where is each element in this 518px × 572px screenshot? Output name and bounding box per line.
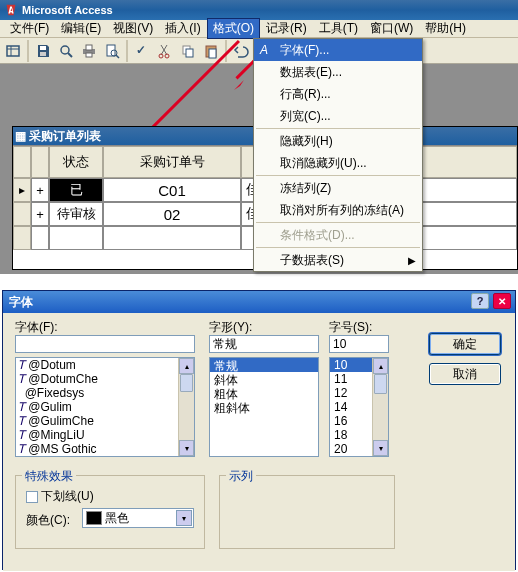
preview-btn[interactable] (101, 40, 123, 62)
font-listbox[interactable]: Ꭲ @Dotum Ꭲ @DotumChe @Fixedsys Ꭲ @Gulim … (15, 357, 195, 457)
size-input[interactable] (329, 335, 389, 353)
search-btn[interactable] (55, 40, 77, 62)
datasheet-title: 采购订单列表 (29, 128, 101, 145)
color-combo[interactable]: 黑色 ▾ (82, 508, 194, 528)
menu-rowheight[interactable]: 行高(R)... (254, 83, 422, 105)
sample-group: 示列 (219, 475, 395, 549)
sample-legend: 示列 (226, 468, 256, 485)
chevron-down-icon: ▾ (176, 510, 192, 526)
font-label: 字体(F): (15, 319, 58, 336)
menubar: 文件(F) 编辑(E) 视图(V) 插入(I) 格式(O) 记录(R) 工具(T… (0, 20, 518, 38)
expander[interactable]: + (31, 178, 49, 202)
close-button[interactable]: ✕ (493, 293, 511, 309)
font-dialog: 字体 ? ✕ 字体(F): 字形(Y): 字号(S): Ꭲ @Dotum Ꭲ @… (2, 290, 516, 570)
font-icon: A (258, 42, 274, 58)
size-scrollbar[interactable]: ▴ ▾ (372, 358, 388, 456)
underline-check[interactable]: 下划线(U) (26, 488, 94, 505)
style-label: 字形(Y): (209, 319, 252, 336)
menu-subsheet[interactable]: 子数据表(S)▶ (254, 249, 422, 271)
menu-font[interactable]: A 字体(F)... (254, 39, 422, 61)
effects-group: 特殊效果 下划线(U) 颜色(C): 黑色 ▾ (15, 475, 205, 549)
app-title: Microsoft Access (22, 4, 113, 16)
copy-btn[interactable] (177, 40, 199, 62)
menu-window[interactable]: 窗口(W) (364, 18, 419, 39)
row-selector[interactable] (13, 202, 31, 226)
table-icon: ▦ (15, 129, 26, 143)
titlebar: Microsoft Access (0, 0, 518, 20)
dialog-title: 字体 (9, 294, 33, 311)
menu-unhidecols[interactable]: 取消隐藏列(U)... (254, 152, 422, 174)
submenu-arrow-icon: ▶ (408, 255, 416, 266)
svg-text:✓: ✓ (136, 43, 146, 57)
color-swatch (86, 511, 102, 525)
cell-status[interactable]: 已 (49, 178, 103, 202)
menu-format[interactable]: 格式(O) (207, 18, 260, 39)
svg-rect-6 (86, 53, 92, 57)
row-selector[interactable]: ▸ (13, 178, 31, 202)
menu-help[interactable]: 帮助(H) (419, 18, 472, 39)
svg-rect-15 (209, 49, 216, 58)
format-dropdown: A 字体(F)... 数据表(E)... 行高(R)... 列宽(C)... 隐… (253, 38, 423, 272)
svg-rect-5 (86, 45, 92, 50)
spell-btn[interactable]: ✓ (131, 40, 153, 62)
checkbox-icon (26, 491, 38, 503)
svg-point-3 (61, 46, 69, 54)
expander[interactable]: + (31, 202, 49, 226)
col-orderno[interactable]: 采购订单号 (103, 146, 241, 178)
cancel-button[interactable]: 取消 (429, 363, 501, 385)
svg-rect-0 (7, 46, 19, 56)
cell-status[interactable]: 待审核 (49, 202, 103, 226)
cell-orderno[interactable]: C01 (103, 178, 241, 202)
effects-legend: 特殊效果 (22, 468, 76, 485)
size-label: 字号(S): (329, 319, 372, 336)
save-btn[interactable] (32, 40, 54, 62)
view-btn[interactable] (2, 40, 24, 62)
help-button[interactable]: ? (471, 293, 489, 309)
color-label: 颜色(C): (26, 512, 70, 529)
menu-unfreeze[interactable]: 取消对所有列的冻结(A) (254, 199, 422, 221)
svg-rect-13 (186, 49, 193, 57)
menu-colwidth[interactable]: 列宽(C)... (254, 105, 422, 127)
menu-freeze[interactable]: 冻结列(Z) (254, 177, 422, 199)
svg-rect-2 (40, 52, 46, 56)
dialog-titlebar: 字体 ? ✕ (3, 291, 515, 313)
menu-condformat: 条件格式(D)... (254, 224, 422, 246)
cell-orderno[interactable]: 02 (103, 202, 241, 226)
font-input[interactable] (15, 335, 195, 353)
size-listbox[interactable]: 10 11 12 14 16 18 20 ▴ ▾ (329, 357, 389, 457)
app-icon (4, 3, 18, 17)
svg-rect-1 (40, 46, 46, 50)
menu-view[interactable]: 视图(V) (107, 18, 159, 39)
menu-edit[interactable]: 编辑(E) (55, 18, 107, 39)
cut-btn[interactable] (154, 40, 176, 62)
style-listbox[interactable]: 常规 斜体 粗体 粗斜体 (209, 357, 319, 457)
font-scrollbar[interactable]: ▴ ▾ (178, 358, 194, 456)
menu-file[interactable]: 文件(F) (4, 18, 55, 39)
menu-datasheet[interactable]: 数据表(E)... (254, 61, 422, 83)
svg-text:A: A (259, 43, 268, 57)
menu-insert[interactable]: 插入(I) (159, 18, 206, 39)
style-input[interactable] (209, 335, 319, 353)
print-btn[interactable] (78, 40, 100, 62)
menu-records[interactable]: 记录(R) (260, 18, 313, 39)
ok-button[interactable]: 确定 (429, 333, 501, 355)
menu-hidecols[interactable]: 隐藏列(H) (254, 130, 422, 152)
col-status[interactable]: 状态 (49, 146, 103, 178)
svg-marker-21 (234, 80, 244, 90)
row-selector[interactable] (13, 226, 31, 250)
menu-tools[interactable]: 工具(T) (313, 18, 364, 39)
